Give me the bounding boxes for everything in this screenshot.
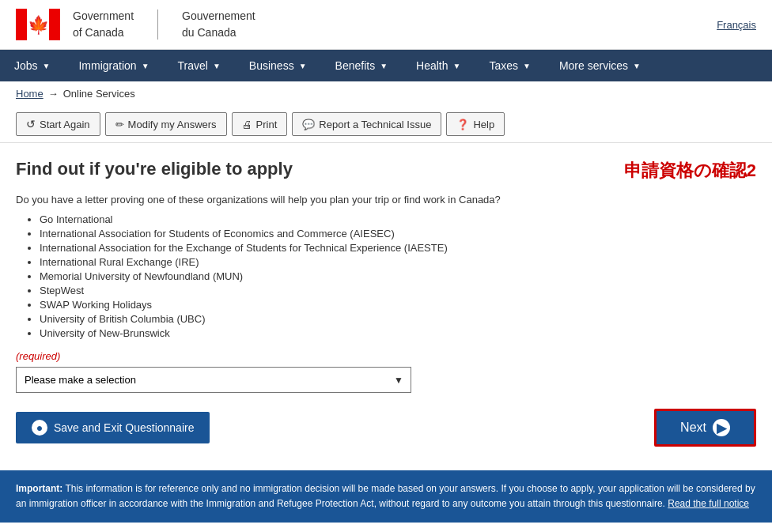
- notice-read-more-link[interactable]: Read the full notice: [668, 498, 749, 509]
- modify-answers-button[interactable]: ✏ Modify my Answers: [105, 112, 227, 136]
- organization-list: Go International International Associati…: [40, 213, 756, 339]
- next-arrow-icon: ▶: [713, 419, 730, 436]
- breadcrumb: Home → Online Services: [0, 81, 772, 106]
- pencil-icon: ✏: [115, 119, 124, 130]
- jobs-dropdown-icon: ▼: [43, 62, 51, 70]
- print-icon: 🖨: [242, 119, 252, 130]
- list-item: University of British Columbia (UBC): [40, 313, 756, 325]
- nav-item-jobs[interactable]: Jobs ▼: [0, 50, 64, 81]
- header: 🍁 Government of Canada Gouvernement du C…: [0, 0, 772, 50]
- list-item: Memorial University of Newfoundland (MUN…: [40, 270, 756, 282]
- nav-item-health[interactable]: Health ▼: [402, 50, 475, 81]
- list-item: StepWest: [40, 285, 756, 296]
- gov-name-en-line1: Government: [73, 9, 134, 22]
- language-switch[interactable]: Français: [717, 19, 756, 31]
- main-nav: Jobs ▼ Immigration ▼ Travel ▼ Business ▼…: [0, 50, 772, 81]
- required-label: (required): [16, 350, 756, 362]
- header-left: 🍁 Government of Canada Gouvernement du C…: [16, 8, 255, 41]
- health-dropdown-icon: ▼: [453, 62, 461, 70]
- breadcrumb-home[interactable]: Home: [16, 88, 44, 100]
- save-icon: ●: [32, 420, 47, 436]
- save-exit-button[interactable]: ● Save and Exit Questionnaire: [16, 412, 210, 443]
- list-item: SWAP Working Holidays: [40, 299, 756, 311]
- print-button[interactable]: 🖨 Print: [232, 112, 288, 136]
- next-button[interactable]: Next ▶: [654, 409, 756, 447]
- nav-item-immigration[interactable]: Immigration ▼: [64, 50, 163, 81]
- start-again-button[interactable]: ↺ Start Again: [16, 112, 100, 136]
- nav-item-travel[interactable]: Travel ▼: [164, 50, 235, 81]
- nav-item-taxes[interactable]: Taxes ▼: [475, 50, 544, 81]
- report-issue-button[interactable]: 💬 Report a Technical Issue: [292, 112, 441, 136]
- selection-dropdown-wrapper: Please make a selection Yes No ▼: [16, 367, 411, 393]
- gov-name-en-line2: of Canada: [73, 26, 124, 39]
- gov-name-fr-line2: du Canada: [182, 26, 237, 39]
- list-item: International Association for Students o…: [40, 228, 756, 240]
- immigration-dropdown-icon: ▼: [142, 62, 149, 70]
- breadcrumb-arrow: →: [48, 88, 59, 100]
- page-title-row: Find out if you're eligible to apply 申請資…: [16, 159, 756, 183]
- toolbar: ↺ Start Again ✏ Modify my Answers 🖨 Prin…: [0, 106, 772, 143]
- benefits-dropdown-icon: ▼: [380, 62, 388, 70]
- chat-icon: 💬: [302, 119, 315, 130]
- notice-body-text: This information is for reference only a…: [16, 483, 755, 509]
- gov-name-fr-line1: Gouvernement: [182, 9, 255, 22]
- help-button[interactable]: ❓ Help: [446, 112, 505, 136]
- gov-name: Government of Canada Gouvernement du Can…: [73, 8, 255, 41]
- svg-text:🍁: 🍁: [28, 14, 50, 36]
- canada-flag-icon: 🍁: [16, 9, 60, 40]
- notice-important-label: Important:: [16, 483, 62, 494]
- svg-rect-2: [49, 9, 60, 40]
- question-text: Do you have a letter proving one of thes…: [16, 194, 756, 206]
- list-item: Go International: [40, 213, 756, 225]
- action-buttons-row: ● Save and Exit Questionnaire Next ▶: [16, 409, 756, 447]
- nav-item-business[interactable]: Business ▼: [235, 50, 321, 81]
- travel-dropdown-icon: ▼: [213, 62, 221, 70]
- nav-item-benefits[interactable]: Benefits ▼: [321, 50, 403, 81]
- list-item: University of New-Brunswick: [40, 327, 756, 339]
- important-notice: Important: This information is for refer…: [0, 470, 772, 523]
- selection-dropdown[interactable]: Please make a selection Yes No: [16, 367, 411, 393]
- business-dropdown-icon: ▼: [299, 62, 307, 70]
- svg-rect-0: [16, 9, 27, 40]
- japanese-title: 申請資格の確認2: [624, 159, 756, 183]
- start-again-icon: ↺: [26, 118, 36, 130]
- more-services-dropdown-icon: ▼: [633, 62, 641, 70]
- help-icon: ❓: [456, 119, 469, 130]
- taxes-dropdown-icon: ▼: [523, 62, 531, 70]
- list-item: International Association for the Exchan…: [40, 242, 756, 254]
- nav-item-more-services[interactable]: More services ▼: [545, 50, 655, 81]
- page-title: Find out if you're eligible to apply: [16, 159, 293, 179]
- breadcrumb-current: Online Services: [63, 88, 135, 100]
- list-item: International Rural Exchange (IRE): [40, 256, 756, 268]
- main-content: Find out if you're eligible to apply 申請資…: [0, 143, 772, 470]
